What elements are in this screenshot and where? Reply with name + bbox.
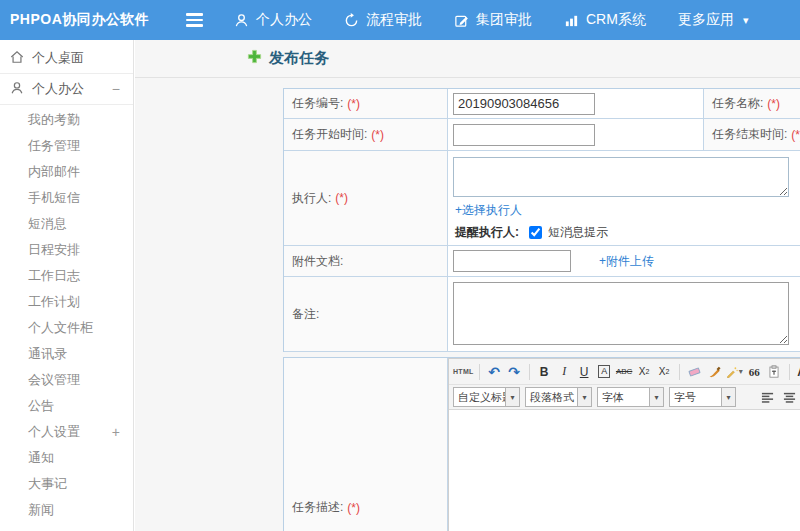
sidebar-item-contacts[interactable]: 通讯录 [0, 341, 133, 367]
paste-template-icon[interactable] [765, 362, 784, 381]
sidebar-item-personal-desktop[interactable]: 个人桌面 [0, 45, 133, 71]
sidebar-item-task-management[interactable]: 任务管理 [0, 133, 133, 159]
editor-content-area[interactable] [449, 409, 800, 531]
executor-label: 执行人:(*) [284, 151, 448, 246]
sidebar-item-personal-files[interactable]: 个人文件柜 [0, 315, 133, 341]
sms-remind-checkbox[interactable] [529, 226, 542, 239]
font-color-button[interactable]: A ▾ [795, 362, 800, 381]
description-section: 任务描述:(*) HTML ↶ ↷ B I U A ABC X2 X2 [283, 357, 800, 531]
top-navbar: PHPOA协同办公软件 个人办公 流程审批 集团审批 CRM系统 [0, 0, 800, 40]
sidebar-item-mobile-sms[interactable]: 手机短信 [0, 185, 133, 211]
nav-more-apps[interactable]: 更多应用 ▾ [678, 11, 749, 29]
attachment-upload-link[interactable]: +附件上传 [599, 253, 654, 270]
sidebar-item-internal-mail[interactable]: 内部邮件 [0, 159, 133, 185]
align-left-icon[interactable] [758, 388, 777, 407]
start-time-cell [448, 119, 704, 151]
caret-down-icon: ▾ [506, 387, 520, 407]
sidebar-item-short-message[interactable]: 短消息 [0, 211, 133, 237]
task-form: 任务编号:(*) 任务名称:(*) 任务开始时间:(*) 任务结束时间:(*) … [283, 88, 800, 352]
task-name-label: 任务名称:(*) [704, 89, 800, 119]
format-painter-icon[interactable] [705, 362, 724, 381]
required-mark: (*) [791, 128, 800, 142]
task-no-label: 任务编号:(*) [284, 89, 448, 119]
blockquote-icon[interactable]: 66 [745, 362, 764, 381]
sidebar-item-schedule[interactable]: 日程安排 [0, 237, 133, 263]
redo-icon[interactable]: ↷ [505, 362, 524, 381]
strikethrough-button[interactable]: ABC [615, 362, 634, 381]
undo-icon[interactable]: ↶ [485, 362, 504, 381]
pencil-square-icon [454, 13, 469, 28]
magic-format-icon[interactable]: ▾ [725, 362, 744, 381]
nav-label: CRM系统 [586, 11, 646, 29]
divider [0, 104, 133, 105]
align-buttons [758, 388, 800, 407]
sidebar-item-announcement[interactable]: 公告 [0, 393, 133, 419]
font-family-dropdown[interactable]: 字体 ▾ [597, 387, 664, 407]
rich-text-editor: HTML ↶ ↷ B I U A ABC X2 X2 ▾ [448, 358, 800, 531]
editor-toolbar-row2: 自定义标题 ▾ 段落格式 ▾ 字体 ▾ 字号 ▾ [449, 384, 800, 409]
collapse-icon[interactable]: − [112, 81, 120, 97]
caret-down-icon: ▾ [739, 367, 743, 376]
eraser-icon[interactable] [685, 362, 704, 381]
custom-title-dropdown[interactable]: 自定义标题 ▾ [453, 387, 520, 407]
align-center-icon[interactable] [780, 388, 799, 407]
nav-label: 集团审批 [476, 11, 532, 29]
top-nav: 个人办公 流程审批 集团审批 CRM系统 更多应用 ▾ [234, 11, 780, 29]
required-mark: (*) [347, 97, 360, 111]
html-source-button[interactable]: HTML [453, 362, 474, 381]
sidebar-item-news[interactable]: 新闻 [0, 497, 133, 523]
nav-process-approval[interactable]: 流程审批 [344, 11, 422, 29]
char-border-button[interactable]: A [595, 362, 614, 381]
caret-down-icon: ▾ [578, 387, 592, 407]
italic-button[interactable]: I [555, 362, 574, 381]
end-time-label: 任务结束时间:(*) [704, 119, 800, 151]
sidebar-item-milestones[interactable]: 大事记 [0, 471, 133, 497]
sidebar-item-personal-settings[interactable]: 个人设置 + [0, 419, 133, 445]
underline-button[interactable]: U [575, 362, 594, 381]
task-no-input[interactable] [453, 93, 595, 115]
sidebar-item-work-log[interactable]: 工作日志 [0, 263, 133, 289]
font-size-dropdown[interactable]: 字号 ▾ [669, 387, 736, 407]
home-icon [10, 50, 24, 67]
superscript-button[interactable]: X2 [635, 362, 654, 381]
attachment-label: 附件文档: [284, 246, 448, 277]
sidebar-item-work-plan[interactable]: 工作计划 [0, 289, 133, 315]
bold-button[interactable]: B [535, 362, 554, 381]
attachment-input[interactable] [453, 250, 571, 272]
sidebar-item-my-attendance[interactable]: 我的考勤 [0, 107, 133, 133]
sidebar-item-personal-office[interactable]: 个人办公 − [0, 76, 133, 102]
paragraph-format-dropdown[interactable]: 段落格式 ▾ [525, 387, 592, 407]
start-time-label: 任务开始时间:(*) [284, 119, 448, 151]
description-label: 任务描述:(*) [284, 358, 448, 531]
remind-executor-label: 提醒执行人: [455, 224, 519, 241]
page-title: 发布任务 [269, 49, 329, 68]
task-no-cell [448, 89, 704, 119]
user-icon [10, 81, 24, 98]
choose-executor-link[interactable]: +选择执行人 [455, 202, 800, 219]
divider [0, 73, 133, 74]
executor-input[interactable] [453, 157, 789, 197]
sidebar-item-notification[interactable]: 通知 [0, 445, 133, 471]
nav-personal-office[interactable]: 个人办公 [234, 11, 312, 29]
subscript-button[interactable]: X2 [655, 362, 674, 381]
start-time-input[interactable] [453, 124, 595, 146]
main-content: 发布任务 任务编号:(*) 任务名称:(*) 任务开始时间:(*) 任务结束时间… [135, 40, 800, 531]
attachment-cell: +附件上传 [448, 246, 800, 277]
caret-down-icon: ▾ [722, 387, 736, 407]
caret-down-icon: ▾ [650, 387, 664, 407]
nav-crm[interactable]: CRM系统 [564, 11, 646, 29]
sidebar-item-label: 个人桌面 [32, 49, 84, 67]
nav-group-approval[interactable]: 集团审批 [454, 11, 532, 29]
remind-row: 提醒执行人: 短消息提示 [455, 224, 800, 241]
editor-toolbar-row1: HTML ↶ ↷ B I U A ABC X2 X2 ▾ [449, 359, 800, 384]
sidebar-item-meeting-management[interactable]: 会议管理 [0, 367, 133, 393]
menu-toggle-icon[interactable] [186, 13, 206, 27]
expand-icon[interactable]: + [112, 424, 120, 440]
sidebar: 个人桌面 个人办公 − 我的考勤 任务管理 内部邮件 手机短信 短消息 日程安排… [0, 40, 134, 531]
required-mark: (*) [347, 501, 360, 515]
add-task-icon [247, 49, 262, 68]
remark-input[interactable] [453, 282, 789, 345]
nav-label: 流程审批 [366, 11, 422, 29]
sms-remind-label: 短消息提示 [548, 224, 608, 241]
sidebar-item-label: 个人办公 [32, 80, 84, 98]
